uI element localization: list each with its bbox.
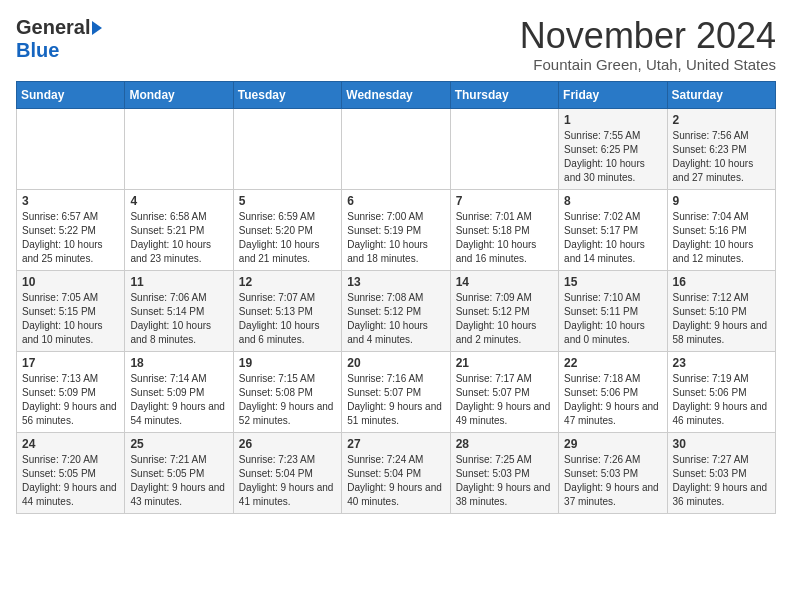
day-number: 29 <box>564 437 661 451</box>
calendar-header-row: SundayMondayTuesdayWednesdayThursdayFrid… <box>17 81 776 108</box>
day-info: Sunrise: 7:08 AM Sunset: 5:12 PM Dayligh… <box>347 291 444 347</box>
day-number: 7 <box>456 194 553 208</box>
calendar-cell: 16Sunrise: 7:12 AM Sunset: 5:10 PM Dayli… <box>667 270 775 351</box>
calendar-cell: 14Sunrise: 7:09 AM Sunset: 5:12 PM Dayli… <box>450 270 558 351</box>
calendar-cell: 3Sunrise: 6:57 AM Sunset: 5:22 PM Daylig… <box>17 189 125 270</box>
day-info: Sunrise: 6:59 AM Sunset: 5:20 PM Dayligh… <box>239 210 336 266</box>
day-number: 18 <box>130 356 227 370</box>
day-info: Sunrise: 7:15 AM Sunset: 5:08 PM Dayligh… <box>239 372 336 428</box>
calendar-cell: 10Sunrise: 7:05 AM Sunset: 5:15 PM Dayli… <box>17 270 125 351</box>
logo: General Blue <box>16 16 102 62</box>
day-number: 30 <box>673 437 770 451</box>
calendar-cell: 12Sunrise: 7:07 AM Sunset: 5:13 PM Dayli… <box>233 270 341 351</box>
day-number: 16 <box>673 275 770 289</box>
calendar-cell: 8Sunrise: 7:02 AM Sunset: 5:17 PM Daylig… <box>559 189 667 270</box>
calendar-cell <box>233 108 341 189</box>
day-number: 15 <box>564 275 661 289</box>
day-info: Sunrise: 7:04 AM Sunset: 5:16 PM Dayligh… <box>673 210 770 266</box>
calendar-cell: 23Sunrise: 7:19 AM Sunset: 5:06 PM Dayli… <box>667 351 775 432</box>
calendar-cell: 6Sunrise: 7:00 AM Sunset: 5:19 PM Daylig… <box>342 189 450 270</box>
day-number: 8 <box>564 194 661 208</box>
day-info: Sunrise: 7:14 AM Sunset: 5:09 PM Dayligh… <box>130 372 227 428</box>
calendar-header-monday: Monday <box>125 81 233 108</box>
day-info: Sunrise: 7:02 AM Sunset: 5:17 PM Dayligh… <box>564 210 661 266</box>
day-info: Sunrise: 7:55 AM Sunset: 6:25 PM Dayligh… <box>564 129 661 185</box>
logo-blue: Blue <box>16 39 59 61</box>
calendar-cell: 4Sunrise: 6:58 AM Sunset: 5:21 PM Daylig… <box>125 189 233 270</box>
calendar-header-thursday: Thursday <box>450 81 558 108</box>
calendar-week-row: 17Sunrise: 7:13 AM Sunset: 5:09 PM Dayli… <box>17 351 776 432</box>
calendar-header-saturday: Saturday <box>667 81 775 108</box>
day-info: Sunrise: 7:56 AM Sunset: 6:23 PM Dayligh… <box>673 129 770 185</box>
day-number: 14 <box>456 275 553 289</box>
calendar-cell: 20Sunrise: 7:16 AM Sunset: 5:07 PM Dayli… <box>342 351 450 432</box>
calendar-cell: 22Sunrise: 7:18 AM Sunset: 5:06 PM Dayli… <box>559 351 667 432</box>
calendar-cell: 1Sunrise: 7:55 AM Sunset: 6:25 PM Daylig… <box>559 108 667 189</box>
calendar-cell: 17Sunrise: 7:13 AM Sunset: 5:09 PM Dayli… <box>17 351 125 432</box>
day-number: 12 <box>239 275 336 289</box>
calendar-cell <box>342 108 450 189</box>
day-info: Sunrise: 7:05 AM Sunset: 5:15 PM Dayligh… <box>22 291 119 347</box>
calendar-week-row: 3Sunrise: 6:57 AM Sunset: 5:22 PM Daylig… <box>17 189 776 270</box>
day-number: 1 <box>564 113 661 127</box>
day-number: 9 <box>673 194 770 208</box>
day-number: 2 <box>673 113 770 127</box>
day-number: 21 <box>456 356 553 370</box>
day-info: Sunrise: 7:27 AM Sunset: 5:03 PM Dayligh… <box>673 453 770 509</box>
day-info: Sunrise: 7:18 AM Sunset: 5:06 PM Dayligh… <box>564 372 661 428</box>
calendar-cell: 18Sunrise: 7:14 AM Sunset: 5:09 PM Dayli… <box>125 351 233 432</box>
day-number: 23 <box>673 356 770 370</box>
day-number: 10 <box>22 275 119 289</box>
day-info: Sunrise: 7:25 AM Sunset: 5:03 PM Dayligh… <box>456 453 553 509</box>
calendar-cell: 28Sunrise: 7:25 AM Sunset: 5:03 PM Dayli… <box>450 432 558 513</box>
day-info: Sunrise: 7:10 AM Sunset: 5:11 PM Dayligh… <box>564 291 661 347</box>
calendar-header-friday: Friday <box>559 81 667 108</box>
day-info: Sunrise: 7:09 AM Sunset: 5:12 PM Dayligh… <box>456 291 553 347</box>
logo-arrow-icon <box>92 21 102 35</box>
calendar-table: SundayMondayTuesdayWednesdayThursdayFrid… <box>16 81 776 514</box>
calendar-cell: 30Sunrise: 7:27 AM Sunset: 5:03 PM Dayli… <box>667 432 775 513</box>
day-number: 4 <box>130 194 227 208</box>
day-number: 19 <box>239 356 336 370</box>
calendar-cell: 5Sunrise: 6:59 AM Sunset: 5:20 PM Daylig… <box>233 189 341 270</box>
calendar-cell: 15Sunrise: 7:10 AM Sunset: 5:11 PM Dayli… <box>559 270 667 351</box>
calendar-cell: 2Sunrise: 7:56 AM Sunset: 6:23 PM Daylig… <box>667 108 775 189</box>
day-info: Sunrise: 6:57 AM Sunset: 5:22 PM Dayligh… <box>22 210 119 266</box>
day-number: 22 <box>564 356 661 370</box>
calendar-cell: 9Sunrise: 7:04 AM Sunset: 5:16 PM Daylig… <box>667 189 775 270</box>
day-number: 25 <box>130 437 227 451</box>
day-number: 11 <box>130 275 227 289</box>
location-title: Fountain Green, Utah, United States <box>520 56 776 73</box>
calendar-cell <box>450 108 558 189</box>
day-number: 17 <box>22 356 119 370</box>
day-number: 27 <box>347 437 444 451</box>
day-info: Sunrise: 7:20 AM Sunset: 5:05 PM Dayligh… <box>22 453 119 509</box>
day-info: Sunrise: 6:58 AM Sunset: 5:21 PM Dayligh… <box>130 210 227 266</box>
calendar-week-row: 1Sunrise: 7:55 AM Sunset: 6:25 PM Daylig… <box>17 108 776 189</box>
day-info: Sunrise: 7:16 AM Sunset: 5:07 PM Dayligh… <box>347 372 444 428</box>
day-info: Sunrise: 7:26 AM Sunset: 5:03 PM Dayligh… <box>564 453 661 509</box>
day-info: Sunrise: 7:21 AM Sunset: 5:05 PM Dayligh… <box>130 453 227 509</box>
calendar-week-row: 24Sunrise: 7:20 AM Sunset: 5:05 PM Dayli… <box>17 432 776 513</box>
day-number: 5 <box>239 194 336 208</box>
day-info: Sunrise: 7:23 AM Sunset: 5:04 PM Dayligh… <box>239 453 336 509</box>
calendar-cell: 19Sunrise: 7:15 AM Sunset: 5:08 PM Dayli… <box>233 351 341 432</box>
day-number: 6 <box>347 194 444 208</box>
day-info: Sunrise: 7:24 AM Sunset: 5:04 PM Dayligh… <box>347 453 444 509</box>
day-number: 28 <box>456 437 553 451</box>
calendar-cell: 7Sunrise: 7:01 AM Sunset: 5:18 PM Daylig… <box>450 189 558 270</box>
day-info: Sunrise: 7:00 AM Sunset: 5:19 PM Dayligh… <box>347 210 444 266</box>
calendar-cell: 27Sunrise: 7:24 AM Sunset: 5:04 PM Dayli… <box>342 432 450 513</box>
day-info: Sunrise: 7:13 AM Sunset: 5:09 PM Dayligh… <box>22 372 119 428</box>
day-number: 3 <box>22 194 119 208</box>
calendar-cell: 26Sunrise: 7:23 AM Sunset: 5:04 PM Dayli… <box>233 432 341 513</box>
day-number: 13 <box>347 275 444 289</box>
month-title: November 2024 <box>520 16 776 56</box>
day-info: Sunrise: 7:06 AM Sunset: 5:14 PM Dayligh… <box>130 291 227 347</box>
calendar-cell: 25Sunrise: 7:21 AM Sunset: 5:05 PM Dayli… <box>125 432 233 513</box>
day-info: Sunrise: 7:01 AM Sunset: 5:18 PM Dayligh… <box>456 210 553 266</box>
calendar-header-tuesday: Tuesday <box>233 81 341 108</box>
day-info: Sunrise: 7:19 AM Sunset: 5:06 PM Dayligh… <box>673 372 770 428</box>
calendar-cell <box>17 108 125 189</box>
page-header: General Blue November 2024 Fountain Gree… <box>16 16 776 73</box>
